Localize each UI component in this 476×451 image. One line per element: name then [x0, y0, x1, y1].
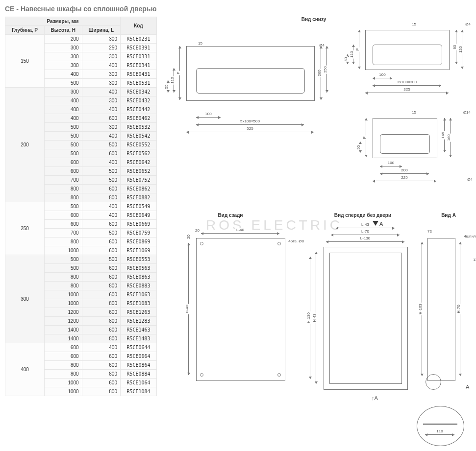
cell-height: 1000 — [44, 299, 82, 308]
cell-width: 600 — [82, 149, 120, 158]
cell-code: R5CE0652 — [120, 167, 156, 176]
cell-height: 800 — [44, 185, 82, 193]
arrow-a-top: A — [373, 221, 383, 227]
table-row: 150200300R5CE0231 — [5, 35, 157, 44]
table-group: 150200300R5CE0231300250R5CE0391300300R5C… — [5, 35, 157, 88]
cell-depth: 250 — [5, 202, 45, 255]
cell-height: 800 — [44, 361, 82, 370]
cell-width: 500 — [82, 229, 120, 237]
table-row: 400600400R5CE0644 — [5, 343, 157, 352]
cell-height: 500 — [44, 141, 82, 149]
cell-height: 800 — [44, 237, 82, 246]
technical-drawings: ROS ELECTRIC Вид снизу 15 Ø4 100 5x100=5… — [167, 17, 471, 448]
cell-height: 600 — [44, 158, 82, 167]
cell-height: 500 — [44, 123, 82, 132]
cell-depth: 300 — [5, 255, 45, 343]
col-width: Ширина, L — [82, 26, 120, 35]
page-title: CE - Навесные шкафы со сплошной дверью — [5, 5, 476, 13]
cell-height: 300 — [44, 88, 82, 96]
cell-height: 700 — [44, 229, 82, 237]
cell-code: R5CE0531 — [120, 79, 156, 88]
cell-code: R5CE0341 — [120, 61, 156, 70]
cell-width: 300 — [82, 70, 120, 79]
cell-code: R5CE0331 — [120, 52, 156, 61]
cell-height: 1000 — [44, 379, 82, 387]
cell-height: 800 — [44, 370, 82, 379]
cell-code: R5CE0431 — [120, 70, 156, 79]
cell-code: R5CE1083 — [120, 299, 156, 308]
caption-front-view: Вид спереди без двери — [324, 213, 402, 218]
cell-code: R5CE0884 — [120, 370, 156, 379]
cell-width: 600 — [82, 264, 120, 273]
cell-width: 600 — [82, 246, 120, 255]
cell-height: 1400 — [44, 326, 82, 334]
cell-width: 600 — [82, 273, 120, 282]
drawing-bottom-large: 15 Ø4 100 5x100=500 525 P 110 55 260 250 — [176, 41, 324, 134]
cell-width: 500 — [82, 167, 120, 176]
cell-height: 500 — [44, 264, 82, 273]
table-group: 300500500R5CE0553500600R5CE0563800600R5C… — [5, 255, 157, 343]
cell-height: 500 — [44, 202, 82, 211]
cell-width: 600 — [82, 352, 120, 361]
cell-width: 600 — [82, 290, 120, 299]
cell-code: R5CE1069 — [120, 246, 156, 255]
cell-width: 600 — [82, 326, 120, 334]
cell-code: R5CE0664 — [120, 352, 156, 361]
cell-width: 300 — [82, 96, 120, 105]
drawing-detail-a: 110 — [414, 406, 468, 450]
table-group: 400600400R5CE0644600600R5CE0664800600R5C… — [5, 343, 157, 396]
cell-width: 400 — [82, 158, 120, 167]
cell-code: R5CE0542 — [120, 132, 156, 141]
cell-height: 300 — [44, 44, 82, 52]
cell-height: 500 — [44, 149, 82, 158]
cell-width: 800 — [82, 317, 120, 326]
cell-code: R5CE0391 — [120, 44, 156, 52]
cell-width: 400 — [82, 211, 120, 220]
cell-code: R5CE0864 — [120, 361, 156, 370]
cell-code: R5CE1084 — [120, 387, 156, 396]
cell-width: 600 — [82, 185, 120, 193]
cell-height: 600 — [44, 352, 82, 361]
cell-height: 300 — [44, 52, 82, 61]
cell-code: R5CE0462 — [120, 114, 156, 123]
cell-width: 800 — [82, 299, 120, 308]
cell-height: 800 — [44, 282, 82, 290]
cell-height: 400 — [44, 70, 82, 79]
cell-height: 600 — [44, 167, 82, 176]
cell-height: 500 — [44, 79, 82, 88]
cell-width: 400 — [82, 61, 120, 70]
cell-code: R5CE0869 — [120, 237, 156, 246]
cell-code: R5CE1283 — [120, 317, 156, 326]
cell-code: R5CE0342 — [120, 88, 156, 96]
cell-height: 200 — [44, 35, 82, 44]
cell-code: R5CE0883 — [120, 282, 156, 290]
drawing-bottom-small: 15 Ø14 100 200 225 P 50 145 160 Ø4 — [363, 112, 471, 195]
cell-code: R5CE0552 — [120, 141, 156, 149]
caption-rear-view: Вид сзади — [201, 213, 260, 218]
cell-width: 600 — [82, 114, 120, 123]
cell-code: R5CE0553 — [120, 255, 156, 264]
arrow-a-bottom: ↑A — [372, 395, 378, 401]
cell-width: 600 — [82, 379, 120, 387]
cell-width: 800 — [82, 334, 120, 343]
table-row: 300500500R5CE0553 — [5, 255, 157, 264]
cell-width: 400 — [82, 343, 120, 352]
table-row: 200300400R5CE0342 — [5, 88, 157, 96]
cell-height: 1200 — [44, 308, 82, 317]
col-code: Код — [120, 17, 156, 35]
cell-width: 600 — [82, 308, 120, 317]
cell-height: 1000 — [44, 290, 82, 299]
cell-code: R5CE0442 — [120, 105, 156, 114]
cell-width: 600 — [82, 237, 120, 246]
cell-width: 300 — [82, 79, 120, 88]
cell-height: 800 — [44, 273, 82, 282]
cell-height: 600 — [44, 220, 82, 229]
col-height: Высота, H — [44, 26, 82, 35]
table-row: 250500400R5CE0549 — [5, 202, 157, 211]
cell-width: 800 — [82, 193, 120, 202]
cell-width: 800 — [82, 387, 120, 396]
dimensions-table: Размеры, мм Код Глубина, P Высота, H Шир… — [5, 17, 157, 396]
cell-code: R5CE0863 — [120, 273, 156, 282]
cell-width: 500 — [82, 176, 120, 185]
cell-width: 400 — [82, 88, 120, 96]
